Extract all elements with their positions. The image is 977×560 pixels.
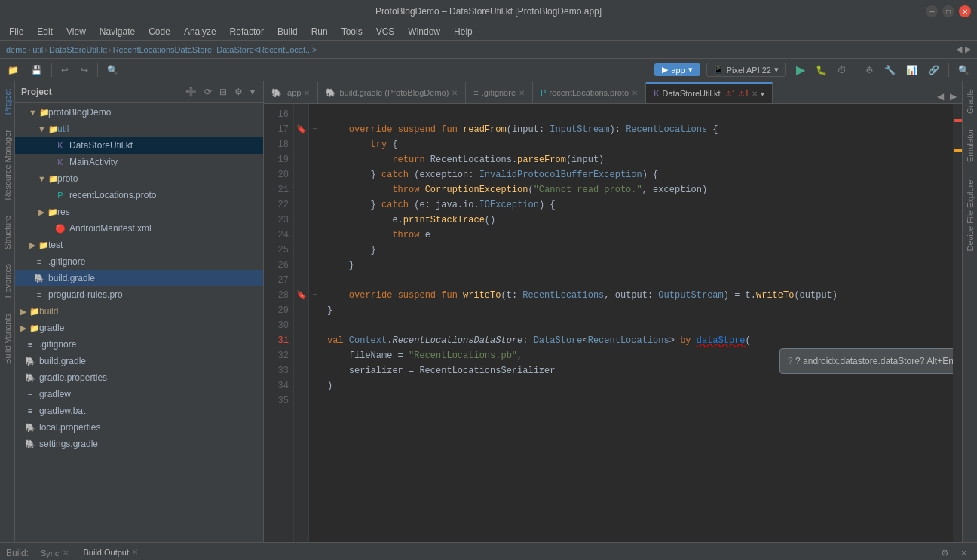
menu-file[interactable]: File: [3, 25, 29, 38]
tree-proguard[interactable]: ≡ proguard-rules.pro: [15, 286, 263, 303]
tab-gitignore[interactable]: ≡ .gitignore ✕: [466, 82, 533, 103]
tree-gradlewbat[interactable]: ≡ gradlew.bat: [15, 402, 263, 419]
app-selector[interactable]: ▶ app ▾: [654, 63, 700, 76]
right-tab-device[interactable]: Device File Explorer: [963, 170, 977, 259]
close-button[interactable]: ✕: [959, 5, 971, 17]
menu-run[interactable]: Run: [305, 25, 334, 38]
gutter-bookmark-17[interactable]: 🔖: [294, 122, 308, 137]
menu-tools[interactable]: Tools: [335, 25, 369, 38]
tree-gradleprops[interactable]: 🐘 gradle.properties: [15, 369, 263, 386]
bottom-tab-sync[interactable]: Sync ✕: [35, 543, 74, 561]
breadcrumb-part3[interactable]: DataStoreUtil.kt: [49, 45, 107, 54]
debug-button[interactable]: 🐛: [811, 62, 832, 78]
tree-build[interactable]: ▶ 📁 build: [15, 303, 263, 320]
sidebar-tab-resource[interactable]: Resource Manager: [1, 122, 14, 208]
toolbar-extra1[interactable]: ⚙: [861, 62, 878, 78]
device-selector[interactable]: 📱 Pixel API 22 ▾: [706, 63, 786, 77]
tree-proto[interactable]: ▼ 📁 proto: [15, 170, 263, 187]
menu-help[interactable]: Help: [448, 25, 479, 38]
sidebar-tab-favorites[interactable]: Favorites: [1, 256, 14, 305]
tab-datastoretutil-close[interactable]: ✕: [752, 90, 758, 98]
tree-test[interactable]: ▶ 📁 test: [15, 237, 263, 253]
fold-28[interactable]: ─: [309, 288, 321, 303]
maximize-button[interactable]: □: [942, 5, 954, 17]
right-tab-gradle[interactable]: Gradle: [963, 81, 977, 121]
tree-androidmanifest[interactable]: 🔴 AndroidManifest.xml: [15, 220, 263, 237]
bottom-tab-buildoutput-close[interactable]: ✕: [132, 548, 138, 556]
project-sync[interactable]: ⟳: [202, 85, 214, 99]
tab-gitignore-close[interactable]: ✕: [519, 89, 525, 97]
project-add[interactable]: ➕: [183, 85, 199, 99]
toolbar-search-button[interactable]: 🔍: [103, 62, 123, 78]
tab-recentlocations[interactable]: P recentLocations.proto ✕: [533, 82, 646, 103]
code-line-21: throw CorruptionException("Cannot read p…: [327, 182, 947, 197]
breadcrumb-part4[interactable]: RecentLocationsDataStore: DataStore<Rece…: [113, 45, 317, 54]
tree-res[interactable]: ▶ 📁 res: [15, 203, 263, 220]
project-collapse[interactable]: ⊟: [217, 85, 229, 99]
project-settings[interactable]: ⚙: [232, 85, 245, 99]
tab-buildgradle-close[interactable]: ✕: [452, 89, 458, 97]
right-tab-emulator[interactable]: Emulator: [963, 121, 977, 170]
toolbar-save-button[interactable]: 💾: [26, 62, 47, 78]
minimize-button[interactable]: ─: [926, 5, 938, 17]
toolbar-search2[interactable]: 🔍: [954, 62, 974, 78]
toolbar-open-button[interactable]: 📁: [3, 62, 23, 78]
menu-code[interactable]: Code: [142, 25, 176, 38]
tree-gitignore2[interactable]: ≡ .gitignore: [15, 336, 263, 353]
code-line-23: e.printStackTrace(): [327, 213, 947, 228]
tree-gradlew[interactable]: ≡ gradlew: [15, 386, 263, 402]
tree-datastoretutil[interactable]: K DataStoreUtil.kt: [15, 137, 263, 154]
tab-scroll-right[interactable]: ▶: [948, 90, 959, 103]
code-text-area[interactable]: override suspend fun readFrom(input: Inp…: [321, 104, 953, 542]
bottom-tab-buildoutput[interactable]: Build Output ✕: [78, 543, 145, 561]
toolbar-undo-button[interactable]: ↩: [57, 62, 73, 78]
sidebar-tab-variants[interactable]: Build Variants: [1, 306, 14, 372]
breadcrumb-part1[interactable]: demo: [6, 45, 27, 54]
tab-app[interactable]: 🐘 :app ✕: [264, 82, 318, 103]
toolbar-extra2[interactable]: 🔧: [880, 62, 900, 78]
tree-util[interactable]: ▼ 📁 util: [15, 121, 263, 137]
project-more[interactable]: ▾: [248, 85, 257, 99]
sidebar-tab-structure[interactable]: Structure: [1, 208, 14, 257]
sidebar-tab-project[interactable]: Project: [1, 81, 14, 122]
run-button[interactable]: ▶: [792, 62, 810, 78]
tab-buildgradle[interactable]: 🐘 build.gradle (ProtoBlogDemo) ✕: [318, 82, 466, 103]
menu-navigate[interactable]: Navigate: [93, 25, 141, 38]
line-num-17: 17: [264, 122, 293, 137]
tab-app-close[interactable]: ✕: [304, 89, 310, 97]
menu-refactor[interactable]: Refactor: [224, 25, 270, 38]
gutter-bookmark-28[interactable]: 🔖: [294, 288, 308, 303]
tab-datastoretutil[interactable]: K DataStoreUtil.kt ⚠1 ⚠1 ✕ ▾: [646, 82, 773, 103]
code-line-29: }: [327, 303, 947, 318]
bottom-settings[interactable]: ⚙: [936, 545, 954, 561]
tab-recentlocations-close[interactable]: ✕: [632, 89, 638, 97]
back-icon[interactable]: ◀: [956, 44, 962, 54]
profile-button[interactable]: ⏱: [833, 62, 851, 78]
menu-window[interactable]: Window: [402, 25, 446, 38]
tree-buildgradle2[interactable]: 🐘 build.gradle: [15, 353, 263, 369]
fold-17[interactable]: ─: [309, 122, 321, 137]
tree-mainactivity[interactable]: K MainActivity: [15, 154, 263, 170]
bottom-tab-sync-close[interactable]: ✕: [63, 549, 69, 557]
tree-recentlocations-proto[interactable]: P recentLocations.proto: [15, 187, 263, 203]
toolbar-extra3[interactable]: 📊: [902, 62, 922, 78]
project-header: Project ➕ ⟳ ⊟ ⚙ ▾: [15, 81, 263, 103]
toolbar-extra4[interactable]: 🔗: [923, 62, 944, 78]
tree-localprops[interactable]: 🐘 local.properties: [15, 419, 263, 436]
breadcrumb-part2[interactable]: util: [32, 45, 43, 54]
tree-protoblogdemo[interactable]: ▼ 📁 protoBlogDemo: [15, 104, 263, 121]
forward-icon[interactable]: ▶: [965, 44, 971, 54]
toolbar-redo-button[interactable]: ↪: [76, 62, 93, 78]
menu-vcs[interactable]: VCS: [370, 25, 401, 38]
bottom-close[interactable]: ×: [957, 545, 971, 561]
code-lines[interactable]: 16 17 18 19 20 21 22 23 24 25 26 27 28 2…: [264, 104, 962, 542]
tree-gradle[interactable]: ▶ 📁 gradle: [15, 320, 263, 336]
tree-settings[interactable]: 🐘 settings.gradle: [15, 436, 263, 452]
tree-gitignore1[interactable]: ≡ .gitignore: [15, 253, 263, 270]
menu-edit[interactable]: Edit: [31, 25, 59, 38]
menu-analyze[interactable]: Analyze: [178, 25, 222, 38]
menu-view[interactable]: View: [60, 25, 92, 38]
menu-build[interactable]: Build: [271, 25, 304, 38]
tree-buildgradle1[interactable]: 🐘 build.gradle: [15, 270, 263, 286]
tab-scroll-left[interactable]: ◀: [935, 90, 946, 103]
